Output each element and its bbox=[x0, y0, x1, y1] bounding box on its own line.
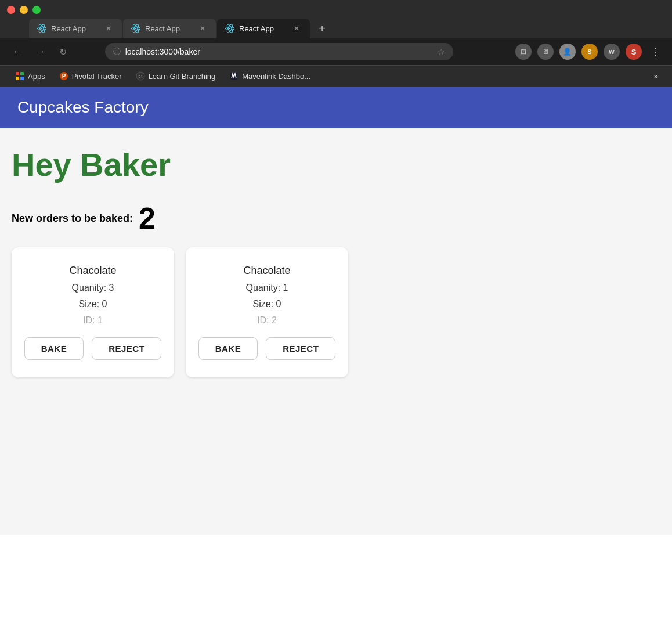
address-input[interactable]: ⓘ localhost:3000/baker ☆ bbox=[105, 43, 453, 60]
bookmarks-more-button[interactable]: » bbox=[649, 69, 663, 83]
apps-grid-icon bbox=[15, 71, 24, 81]
sequoia-icon[interactable]: S bbox=[581, 44, 598, 60]
browser-menu-button[interactable]: ⋮ bbox=[648, 45, 663, 58]
tab-1-label: React App bbox=[51, 24, 99, 33]
order-2-size: Size: 0 bbox=[253, 299, 281, 309]
app-header: Cupcakes Factory bbox=[0, 87, 672, 128]
address-text: localhost:3000/baker bbox=[125, 47, 433, 56]
order-1-reject-button[interactable]: REJECT bbox=[92, 337, 161, 360]
screen-icon[interactable]: 🖥 bbox=[537, 44, 554, 60]
react-icon-3 bbox=[225, 24, 234, 33]
cast-icon[interactable]: ⊡ bbox=[515, 44, 532, 60]
order-2-flavor: Chacolate bbox=[243, 265, 290, 277]
svg-rect-13 bbox=[20, 72, 24, 75]
account-icon[interactable]: 👤 bbox=[559, 44, 576, 60]
info-icon: ⓘ bbox=[113, 46, 121, 57]
bookmark-star-icon[interactable]: ☆ bbox=[438, 47, 445, 56]
greeting-heading: Hey Baker bbox=[12, 146, 660, 183]
app-body: Hey Baker New orders to be baked: 2 Chac… bbox=[0, 128, 672, 535]
reload-button[interactable]: ↻ bbox=[56, 45, 70, 59]
tab-3-label: React App bbox=[239, 24, 287, 33]
order-1-id: ID: 1 bbox=[83, 315, 103, 326]
git-icon: G bbox=[136, 71, 145, 81]
orders-count-label: New orders to be baked: bbox=[12, 212, 133, 225]
order-1-size: Size: 0 bbox=[79, 299, 107, 309]
bookmark-git-label: Learn Git Branching bbox=[149, 72, 216, 81]
react-icon-2 bbox=[131, 24, 140, 33]
minimize-button[interactable] bbox=[20, 6, 28, 14]
orders-count-row: New orders to be baked: 2 bbox=[12, 201, 660, 236]
order-2-quantity: Quanity: 1 bbox=[246, 283, 288, 293]
app-title: Cupcakes Factory bbox=[17, 98, 655, 117]
svg-text:G: G bbox=[138, 74, 142, 80]
order-1-actions: BAKE REJECT bbox=[24, 337, 162, 360]
svg-point-3 bbox=[41, 28, 43, 30]
order-card-1: Chacolate Quanity: 3 Size: 0 ID: 1 BAKE … bbox=[12, 247, 174, 377]
forward-button[interactable]: → bbox=[32, 45, 49, 58]
svg-rect-12 bbox=[16, 72, 19, 75]
bookmarks-bar: Apps P Pivotal Tracker G Learn Git Branc… bbox=[0, 65, 672, 87]
order-card-2: Chacolate Quanity: 1 Size: 0 ID: 2 BAKE … bbox=[186, 247, 348, 377]
address-bar: ← → ↻ ⓘ localhost:3000/baker ☆ ⊡ 🖥 👤 S w… bbox=[0, 38, 672, 65]
order-1-flavor: Chacolate bbox=[69, 265, 116, 277]
orders-grid: Chacolate Quanity: 3 Size: 0 ID: 1 BAKE … bbox=[12, 247, 660, 377]
maximize-button[interactable] bbox=[32, 6, 41, 14]
tab-3-close[interactable]: ✕ bbox=[291, 23, 302, 34]
bookmark-pivotal-label: Pivotal Tracker bbox=[72, 72, 122, 81]
new-tab-button[interactable]: + bbox=[313, 20, 331, 37]
order-2-actions: BAKE REJECT bbox=[198, 337, 336, 360]
bookmark-git[interactable]: G Learn Git Branching bbox=[130, 69, 222, 83]
toolbar-icons: ⊡ 🖥 👤 S w S ⋮ bbox=[515, 44, 663, 60]
tab-1[interactable]: React App ✕ bbox=[29, 19, 122, 38]
close-button[interactable] bbox=[7, 6, 15, 14]
svg-text:P: P bbox=[62, 73, 66, 80]
order-2-bake-button[interactable]: BAKE bbox=[198, 337, 258, 360]
order-2-id: ID: 2 bbox=[257, 315, 277, 326]
order-2-reject-button[interactable]: REJECT bbox=[266, 337, 335, 360]
orders-count-number: 2 bbox=[139, 201, 156, 236]
back-button[interactable]: ← bbox=[9, 45, 26, 58]
bookmark-mavenlink[interactable]: Mavenlink Dashbo... bbox=[223, 69, 316, 83]
browser-chrome: React App ✕ React App ✕ bbox=[0, 0, 672, 87]
tab-1-close[interactable]: ✕ bbox=[103, 23, 114, 34]
tab-2-label: React App bbox=[145, 24, 193, 33]
bookmark-mavenlink-label: Mavenlink Dashbo... bbox=[242, 72, 310, 81]
order-1-bake-button[interactable]: BAKE bbox=[24, 337, 84, 360]
user-avatar[interactable]: S bbox=[626, 44, 642, 60]
tab-2-close[interactable]: ✕ bbox=[197, 23, 208, 34]
svg-point-11 bbox=[229, 28, 231, 30]
order-1-quantity: Quanity: 3 bbox=[72, 283, 114, 293]
react-icon bbox=[37, 24, 46, 33]
mavenlink-icon bbox=[229, 71, 239, 81]
bookmark-pivotal[interactable]: P Pivotal Tracker bbox=[53, 69, 128, 83]
tab-3[interactable]: React App ✕ bbox=[217, 19, 310, 38]
w-extension-icon[interactable]: w bbox=[604, 44, 620, 60]
tabs-bar: React App ✕ React App ✕ bbox=[0, 14, 672, 38]
svg-rect-14 bbox=[16, 77, 19, 80]
pivotal-icon: P bbox=[59, 71, 68, 81]
title-bar bbox=[0, 0, 672, 14]
tab-2[interactable]: React App ✕ bbox=[123, 19, 216, 38]
bookmark-apps-label: Apps bbox=[28, 72, 45, 81]
bookmark-apps[interactable]: Apps bbox=[9, 69, 51, 83]
svg-rect-15 bbox=[20, 77, 24, 80]
svg-point-7 bbox=[135, 28, 137, 30]
